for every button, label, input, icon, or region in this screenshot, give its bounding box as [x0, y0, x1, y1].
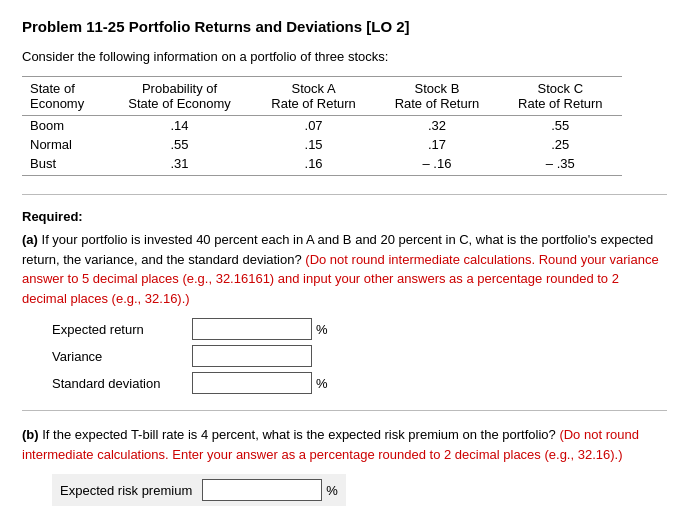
part-a-block: (a) If your portfolio is invested 40 per…	[22, 230, 667, 394]
expected-return-label: Expected return	[52, 322, 192, 337]
risk-premium-input[interactable]	[202, 479, 322, 501]
data-table: State ofEconomy Probability ofState of E…	[22, 76, 622, 176]
risk-premium-pct: %	[326, 483, 338, 498]
table-row: Boom .14 .07 .32 .55	[22, 116, 622, 136]
std-dev-pct: %	[316, 376, 328, 391]
table-row: Bust .31 .16 – .16 – .35	[22, 154, 622, 176]
expected-return-input[interactable]	[192, 318, 312, 340]
cell-stocka: .07	[252, 116, 375, 136]
part-b-text: (b) If the expected T-bill rate is 4 per…	[22, 425, 667, 464]
col-header-prob: Probability ofState of Economy	[107, 77, 252, 116]
cell-stockb: .32	[375, 116, 498, 136]
variance-row: Variance	[52, 345, 667, 367]
std-dev-row: Standard deviation %	[52, 372, 667, 394]
cell-stockc: .55	[499, 116, 622, 136]
cell-stocka: .15	[252, 135, 375, 154]
std-dev-label: Standard deviation	[52, 376, 192, 391]
part-b-field-label: Expected risk premium	[60, 483, 192, 498]
cell-stockb: .17	[375, 135, 498, 154]
problem-title: Problem 11-25 Portfolio Returns and Devi…	[22, 18, 667, 35]
expected-return-row: Expected return %	[52, 318, 667, 340]
part-a-letter: (a)	[22, 232, 38, 247]
part-b-black: If the expected T-bill rate is 4 percent…	[42, 427, 556, 442]
part-a-text: (a) If your portfolio is invested 40 per…	[22, 230, 667, 308]
variance-input[interactable]	[192, 345, 312, 367]
std-dev-input[interactable]	[192, 372, 312, 394]
cell-state: Normal	[22, 135, 107, 154]
cell-prob: .14	[107, 116, 252, 136]
cell-stockc: – .35	[499, 154, 622, 176]
divider-1	[22, 194, 667, 195]
required-label: Required:	[22, 209, 667, 224]
variance-label: Variance	[52, 349, 192, 364]
expected-return-pct: %	[316, 322, 328, 337]
part-a-inputs: Expected return % Variance Standard devi…	[52, 318, 667, 394]
cell-stockc: .25	[499, 135, 622, 154]
col-header-stockc: Stock CRate of Return	[499, 77, 622, 116]
col-header-stockb: Stock BRate of Return	[375, 77, 498, 116]
cell-prob: .31	[107, 154, 252, 176]
intro-text: Consider the following information on a …	[22, 49, 667, 64]
table-header-row: State ofEconomy Probability ofState of E…	[22, 77, 622, 116]
col-header-stocka: Stock ARate of Return	[252, 77, 375, 116]
cell-state: Boom	[22, 116, 107, 136]
cell-state: Bust	[22, 154, 107, 176]
table-row: Normal .55 .15 .17 .25	[22, 135, 622, 154]
part-b-letter: (b)	[22, 427, 39, 442]
cell-stockb: – .16	[375, 154, 498, 176]
divider-2	[22, 410, 667, 411]
part-b-block: (b) If the expected T-bill rate is 4 per…	[22, 425, 667, 506]
cell-stocka: .16	[252, 154, 375, 176]
part-b-input-row: Expected risk premium %	[52, 474, 346, 506]
col-header-state: State ofEconomy	[22, 77, 107, 116]
cell-prob: .55	[107, 135, 252, 154]
